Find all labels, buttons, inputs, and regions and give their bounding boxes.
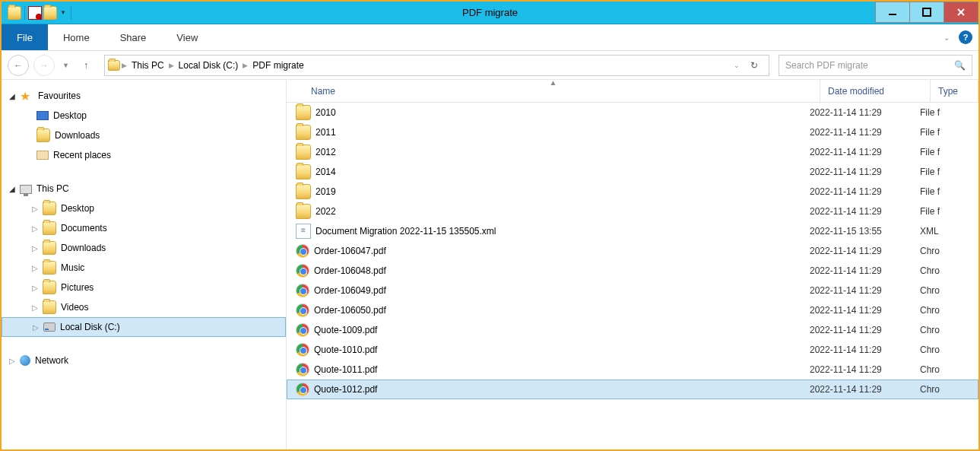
chrome-pdf-icon <box>296 383 309 396</box>
tree-label: Pictures <box>61 282 94 293</box>
forward-button[interactable]: → <box>33 55 55 76</box>
crumb-sep-icon[interactable]: ▶ <box>243 62 248 69</box>
file-name-cell: Document Migration 2022-11-15 135505.xml <box>296 224 810 239</box>
tab-share[interactable]: Share <box>105 24 162 50</box>
expander-icon[interactable]: ▷ <box>32 303 43 312</box>
file-row[interactable]: Quote-1012.pdf2022-11-14 11:29Chro <box>287 380 978 399</box>
tree-downloads[interactable]: Downloads <box>2 125 286 145</box>
tree-desktop[interactable]: Desktop <box>2 106 286 125</box>
file-row[interactable]: Order-106049.pdf2022-11-14 11:29Chro <box>287 281 978 300</box>
back-button[interactable]: ← <box>8 55 29 76</box>
xml-file-icon <box>296 224 311 239</box>
app-icon[interactable] <box>8 6 21 20</box>
crumb-thispc[interactable]: This PC <box>128 60 167 71</box>
tree-pc-music[interactable]: ▷ Music <box>2 258 286 278</box>
address-dropdown-icon[interactable]: ⌄ <box>734 62 740 69</box>
file-row[interactable]: Quote-1011.pdf2022-11-14 11:29Chro <box>287 360 978 380</box>
file-type: Chro <box>920 285 940 296</box>
refresh-button[interactable]: ↻ <box>746 57 763 74</box>
file-row[interactable]: Document Migration 2022-11-15 135505.xml… <box>287 221 978 241</box>
tree-recent[interactable]: Recent places <box>2 145 286 165</box>
chrome-pdf-icon <box>296 303 309 317</box>
expander-icon[interactable]: ▷ <box>32 244 43 252</box>
crumb-localdisk[interactable]: Local Disk (C:) <box>176 60 242 71</box>
file-name: Order-106047.pdf <box>314 246 386 256</box>
file-tab[interactable]: File <box>2 24 48 50</box>
tree-pc-localdisk[interactable]: ▷ Local Disk (C:) <box>2 317 286 337</box>
tree-pc-desktop[interactable]: ▷ Desktop <box>2 199 286 218</box>
tab-home[interactable]: Home <box>48 24 105 50</box>
file-name-cell: Order-106048.pdf <box>296 264 810 278</box>
column-type[interactable]: Type <box>931 80 978 102</box>
tree-pc-documents[interactable]: ▷ Documents <box>2 218 286 238</box>
file-name: 2014 <box>316 167 336 177</box>
body: ◢ ★ Favourites Desktop Downloads Recent … <box>2 80 978 449</box>
column-name[interactable]: ▲ Name <box>287 80 820 102</box>
expander-icon[interactable]: ▷ <box>32 284 43 292</box>
expander-icon[interactable]: ▷ <box>9 357 20 365</box>
help-icon[interactable]: ? <box>959 30 972 44</box>
file-type: File f <box>920 206 940 217</box>
expander-icon[interactable]: ▷ <box>32 264 43 272</box>
file-list[interactable]: 20102022-11-14 11:29File f20112022-11-14… <box>287 103 978 399</box>
file-type: File f <box>920 147 940 157</box>
tree-label: Videos <box>61 302 88 313</box>
minimize-button[interactable] <box>875 2 910 23</box>
tree-pc-videos[interactable]: ▷ Videos <box>2 297 286 317</box>
new-folder-icon[interactable] <box>43 6 57 20</box>
file-list-pane: ▲ Name Date modified Type 20102022-11-14… <box>287 80 978 449</box>
file-row[interactable]: Quote-1009.pdf2022-11-14 11:29Chro <box>287 320 978 340</box>
file-row[interactable]: 20192022-11-14 11:29File f <box>287 182 978 202</box>
tab-view[interactable]: View <box>161 24 213 50</box>
file-row[interactable]: Order-106048.pdf2022-11-14 11:29Chro <box>287 261 978 281</box>
tree-label: Recent places <box>53 150 111 160</box>
file-name-cell: 2019 <box>296 184 810 199</box>
ribbon: File Home Share View ⌄ ? <box>2 24 978 51</box>
crumb-pdfmigrate[interactable]: PDF migrate <box>249 60 306 71</box>
file-type: Chro <box>920 246 940 256</box>
maximize-button[interactable] <box>909 2 944 23</box>
file-type: Chro <box>920 384 940 395</box>
expander-icon[interactable]: ◢ <box>9 92 20 100</box>
search-icon[interactable]: 🔍 <box>954 60 966 71</box>
tree-pc-pictures[interactable]: ▷ Pictures <box>2 278 286 297</box>
file-row[interactable]: 20142022-11-14 11:29File f <box>287 162 978 182</box>
expander-icon[interactable]: ◢ <box>9 185 20 193</box>
tree-favourites[interactable]: ◢ ★ Favourites <box>2 86 286 106</box>
file-row[interactable]: 20222022-11-14 11:29File f <box>287 202 978 221</box>
file-date: 2022-11-14 11:29 <box>810 364 920 375</box>
folder-icon <box>43 202 56 215</box>
file-row[interactable]: 20112022-11-14 11:29File f <box>287 122 978 142</box>
file-row[interactable]: 20122022-11-14 11:29File f <box>287 142 978 162</box>
file-date: 2022-11-15 13:55 <box>810 226 920 237</box>
folder-icon <box>296 105 311 120</box>
file-name: 2022 <box>316 206 336 217</box>
window-controls <box>876 2 978 24</box>
up-button[interactable]: ↑ <box>77 56 95 75</box>
expander-icon[interactable]: ▷ <box>32 224 43 233</box>
search-input[interactable]: Search PDF migrate 🔍 <box>779 55 972 76</box>
ribbon-expand-icon[interactable]: ⌄ <box>944 33 950 42</box>
file-name-cell: 2012 <box>296 145 810 160</box>
close-button[interactable] <box>944 2 978 23</box>
history-dropdown-icon[interactable]: ▼ <box>62 62 69 69</box>
file-row[interactable]: Quote-1010.pdf2022-11-14 11:29Chro <box>287 340 978 360</box>
expander-icon[interactable]: ▷ <box>33 323 43 332</box>
navigation-pane: ◢ ★ Favourites Desktop Downloads Recent … <box>2 80 287 449</box>
crumb-sep-icon[interactable]: ▶ <box>169 62 174 69</box>
file-name: 2012 <box>316 147 336 157</box>
qat-dropdown-icon[interactable]: ▼ <box>59 9 68 16</box>
tree-network[interactable]: ▷ Network <box>2 351 286 370</box>
expander-icon[interactable]: ▷ <box>32 205 43 213</box>
tree-thispc[interactable]: ◢ This PC <box>2 179 286 199</box>
properties-icon[interactable] <box>28 6 42 20</box>
address-bar[interactable]: ▶ This PC ▶ Local Disk (C:) ▶ PDF migrat… <box>104 55 769 76</box>
file-row[interactable]: Order-106050.pdf2022-11-14 11:29Chro <box>287 300 978 320</box>
tree-label: Desktop <box>61 203 94 214</box>
network-icon <box>20 355 30 366</box>
tree-pc-downloads[interactable]: ▷ Downloads <box>2 238 286 258</box>
file-row[interactable]: Order-106047.pdf2022-11-14 11:29Chro <box>287 241 978 261</box>
column-date[interactable]: Date modified <box>820 80 931 102</box>
columns-header: ▲ Name Date modified Type <box>287 80 978 103</box>
file-row[interactable]: 20102022-11-14 11:29File f <box>287 103 978 122</box>
